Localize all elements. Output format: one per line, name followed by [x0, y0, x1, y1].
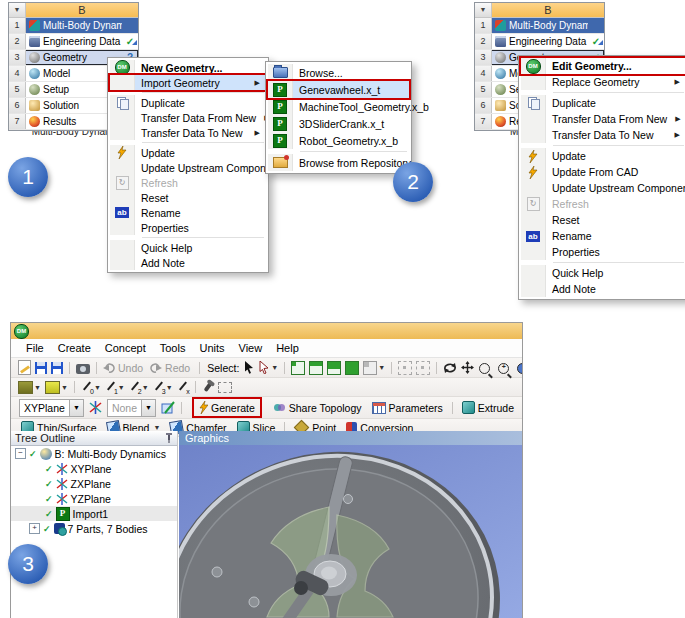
menu-item-replace-geometry[interactable]: Replace Geometry ▶ [521, 74, 685, 90]
menu-item-quick-help[interactable]: Quick Help [110, 240, 266, 255]
expand-icon[interactable]: + [29, 523, 40, 534]
menu-item-update-upstream[interactable]: Update Upstream Components [521, 180, 685, 196]
tree-node-yzplane[interactable]: ✓ YZPlane [11, 491, 177, 506]
select-face-cube-icon[interactable] [327, 361, 341, 375]
menu-tools[interactable]: Tools [153, 342, 193, 354]
axis-triad-icon[interactable] [89, 401, 102, 414]
select-cursor-icon[interactable] [244, 361, 255, 374]
menu-item-quick-help[interactable]: Quick Help [521, 265, 685, 281]
chevron-down-icon[interactable]: ▼ [153, 424, 160, 431]
chevron-down-icon[interactable]: ▼ [378, 364, 385, 371]
menu-view[interactable]: View [232, 342, 270, 354]
menu-item-transfer-from-new[interactable]: Transfer Data From New ▶ [521, 111, 685, 127]
menu-item-transfer-from-new[interactable]: Transfer Data From New ▶ [110, 110, 266, 125]
share-topology-button[interactable]: Share Topology [268, 399, 367, 416]
filter-faces-icon[interactable]: 2 [129, 381, 141, 394]
menu-item-reset[interactable]: Reset [110, 190, 266, 205]
tree-node-import1[interactable]: ✓ Import1 [11, 506, 177, 521]
menu-help[interactable]: Help [269, 342, 306, 354]
submenu-item-3dslidercrank[interactable]: 3DSliderCrank.x_t [268, 115, 409, 132]
menu-item-add-note[interactable]: Add Note [521, 281, 685, 297]
zoom-in-icon[interactable]: + [498, 363, 509, 374]
menu-item-duplicate[interactable]: Duplicate [110, 95, 266, 110]
tree-node-root[interactable]: − ✓ B: Multi-Body Dynamics [11, 446, 177, 461]
table-row-engineering-data[interactable]: 2 Engineering Data ✓ [9, 34, 138, 50]
filter-edges-icon[interactable]: 1 [105, 381, 117, 394]
menu-concept[interactable]: Concept [98, 342, 153, 354]
chevron-down-icon[interactable]: ▼ [61, 384, 68, 391]
select-mode-cursor-icon[interactable] [259, 361, 270, 374]
extrude-button[interactable]: Extrude [457, 399, 519, 416]
menu-item-transfer-to-new[interactable]: Transfer Data To New ▶ [521, 127, 685, 143]
menu-item-properties[interactable]: Properties [521, 244, 685, 260]
menu-item-duplicate[interactable]: Duplicate [521, 95, 685, 111]
title-bar[interactable] [11, 323, 522, 339]
menu-item-update[interactable]: Update [521, 148, 685, 164]
filter-bodies-icon[interactable]: 3 [153, 381, 165, 394]
parameters-button[interactable]: Parameters [367, 399, 448, 416]
menu-item-update-upstream[interactable]: Update Upstream Components [110, 160, 266, 175]
tree-node-xyplane[interactable]: ✓ XYPlane [11, 461, 177, 476]
submenu-item-robot[interactable]: Robot_Geometry.x_b [268, 132, 409, 149]
extend-selection-cube-icon[interactable] [363, 361, 377, 375]
chevron-down-icon[interactable]: ▼ [34, 384, 41, 391]
collapse-icon[interactable]: − [15, 448, 26, 459]
pan-icon[interactable] [461, 361, 474, 374]
menu-item-import-geometry[interactable]: Import Geometry ▶ [110, 75, 266, 90]
menu-item-new-geometry[interactable]: New Geometry... [110, 60, 266, 75]
menu-item-update-from-cad[interactable]: Update From CAD [521, 164, 685, 180]
menu-item-edit-geometry[interactable]: Edit Geometry... [521, 58, 685, 74]
chevron-down-icon[interactable]: ▼ [271, 364, 278, 371]
new-sketch-icon[interactable] [18, 360, 31, 375]
tree-node-parts-bodies[interactable]: + ✓ 7 Parts, 7 Bodies [11, 521, 177, 536]
marquee-select-icon[interactable] [218, 382, 232, 393]
revolve-button[interactable]: Revo [519, 399, 523, 416]
pin-icon[interactable] [203, 382, 212, 392]
save-as-icon[interactable] [51, 362, 63, 374]
zoom-to-fit-icon[interactable] [416, 361, 430, 375]
menu-create[interactable]: Create [51, 342, 98, 354]
sketch-combobox[interactable]: None ▼ [107, 399, 156, 417]
menu-units[interactable]: Units [192, 342, 231, 354]
submenu-item-genevawheel[interactable]: Genevawheel.x_t [268, 81, 409, 98]
header-dropdown-icon[interactable]: ▼ [475, 3, 492, 17]
rotate-icon[interactable] [443, 361, 457, 374]
menu-item-rename[interactable]: Rename [110, 205, 266, 220]
chevron-down-icon[interactable]: ▼ [94, 384, 101, 391]
generate-button[interactable]: Generate [194, 399, 260, 416]
menu-item-rename[interactable]: Rename [521, 228, 685, 244]
menu-item-reset[interactable]: Reset [521, 212, 685, 228]
menu-item-properties[interactable]: Properties [110, 220, 266, 235]
table-row-system[interactable]: 1 Multi-Body Dynamics [475, 18, 604, 34]
chevron-down-icon[interactable]: ▼ [141, 400, 155, 416]
tree-node-zxplane[interactable]: ✓ ZXPlane [11, 476, 177, 491]
chevron-down-icon[interactable]: ▼ [166, 384, 173, 391]
menu-item-add-note[interactable]: Add Note [110, 255, 266, 270]
submenu-item-browse-repository[interactable]: Browse from Repository... [268, 154, 409, 171]
menu-item-transfer-to-new[interactable]: Transfer Data To New ▶ [110, 125, 266, 140]
edge-color-swatch-icon[interactable] [45, 381, 60, 394]
filter-points-icon[interactable]: 0 [81, 381, 93, 394]
save-icon[interactable] [35, 362, 47, 374]
header-dropdown-icon[interactable]: ▼ [9, 3, 26, 17]
table-row-engineering-data[interactable]: 2 Engineering Data ✓ [475, 34, 604, 50]
graphics-viewport[interactable] [179, 445, 522, 618]
zoom-icon[interactable] [479, 363, 490, 374]
select-edge-cube-icon[interactable] [309, 361, 323, 375]
submenu-item-browse[interactable]: Browse... [268, 64, 409, 81]
filter-all-icon[interactable]: x [177, 381, 189, 394]
box-zoom-icon[interactable] [517, 363, 523, 374]
chevron-down-icon[interactable]: ▼ [69, 400, 83, 416]
face-color-swatch-icon[interactable] [18, 381, 33, 394]
table-row-system[interactable]: 1 Multi-Body Dynamics [9, 18, 138, 34]
pin-icon[interactable] [165, 433, 173, 443]
redo-icon[interactable] [150, 362, 162, 374]
menu-item-update[interactable]: Update [110, 145, 266, 160]
new-sketch-plane-icon[interactable] [161, 401, 175, 414]
chevron-down-icon[interactable]: ▼ [142, 384, 149, 391]
image-capture-icon[interactable] [76, 364, 90, 374]
isometric-view-icon[interactable] [398, 361, 412, 375]
menu-file[interactable]: File [19, 342, 51, 354]
submenu-item-machinetool[interactable]: MachineTool_Geometry.x_b [268, 98, 409, 115]
undo-icon[interactable] [103, 362, 115, 374]
